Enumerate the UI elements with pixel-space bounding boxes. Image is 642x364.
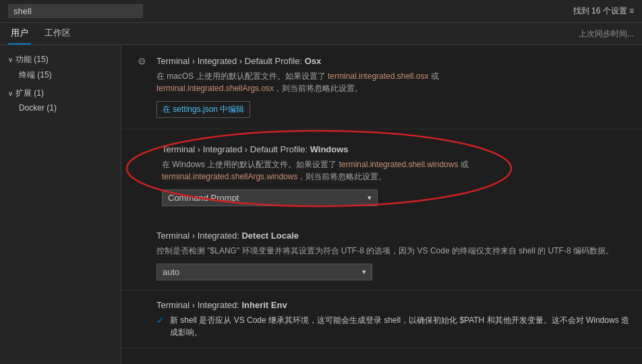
setting-inherit-env: Terminal › Integrated: Inherit Env ✓ 新 s… [121, 291, 642, 348]
checkbox-icon[interactable]: ✓ [156, 315, 165, 326]
osx-desc-line1: 在 macOS 上使用的默认配置文件。如果设置了 [156, 71, 328, 81]
sidebar-group-extensions[interactable]: ∨ 扩展 (1) [0, 86, 121, 101]
sync-label: 上次同步时间... [579, 28, 634, 40]
sidebar-group-features[interactable]: ∨ 功能 (15) [0, 52, 121, 67]
windows-select-value: Command Prompt [168, 193, 239, 203]
tabs-row: 用户 工作区 上次同步时间... [0, 23, 642, 45]
sidebar-group-features-label: 功能 (15) [16, 54, 49, 65]
search-count: 找到 16 个设置 ≡ [573, 5, 634, 17]
search-bar: 找到 16 个设置 ≡ [0, 0, 642, 23]
main-layout: ∨ 功能 (15) 终端 (15) ∨ 扩展 (1) Docker (1) ⚙ … [0, 45, 642, 364]
inherit-env-checkbox-row: ✓ 新 shell 是否应从 VS Code 继承其环境，这可能会生成登录 sh… [156, 314, 631, 338]
setting-windows-profile: Terminal › Integrated › Default Profile:… [127, 133, 637, 217]
osx-desc-line1b: 或 [428, 71, 438, 81]
chevron-icon-extensions: ∨ [8, 90, 13, 97]
osx-highlight1: terminal.integrated.shell.osx [328, 71, 428, 81]
win-highlight2: terminal.integrated.shellArgs.windows [162, 172, 297, 181]
detect-locale-value: auto [163, 267, 179, 277]
win-desc-line2b: ，则当前将忽略此设置。 [297, 172, 386, 181]
windows-title-bold: Windows [310, 144, 349, 154]
detect-desc-text: 控制是否检测 "$LANG" 环境变量并将其设置为符合 UTF-8 的选项，因为… [156, 246, 614, 255]
win-desc-line1b: 或 [458, 160, 468, 169]
osx-desc-line2b: ，则当前将忽略此设置。 [274, 84, 363, 93]
windows-profile-title: Terminal › Integrated › Default Profile:… [162, 144, 626, 154]
osx-profile-title: Terminal › Integrated › Default Profile:… [156, 56, 631, 66]
chevron-down-icon-2: ▾ [362, 268, 366, 276]
sidebar-group-extensions-label: 扩展 (1) [16, 88, 44, 99]
detect-locale-select[interactable]: auto ▾ [156, 264, 372, 280]
inherit-env-title: Terminal › Integrated: Inherit Env [156, 300, 631, 310]
windows-profile-container: Terminal › Integrated › Default Profile:… [127, 133, 637, 217]
detect-locale-title: Terminal › Integrated: Detect Locale [156, 231, 631, 241]
win-highlight1: terminal.integrated.shell.windows [339, 160, 459, 169]
sidebar-item-docker[interactable]: Docker (1) [0, 101, 121, 115]
setting-detect-locale: Terminal › Integrated: Detect Locale 控制是… [121, 221, 642, 291]
osx-highlight2: terminal.integrated.shellArgs.osx [156, 84, 274, 93]
osx-title-bold: Osx [305, 56, 322, 66]
detect-locale-desc: 控制是否检测 "$LANG" 环境变量并将其设置为符合 UTF-8 的选项，因为… [156, 245, 631, 257]
sidebar: ∨ 功能 (15) 终端 (15) ∨ 扩展 (1) Docker (1) [0, 45, 121, 364]
windows-title-prefix: Terminal › Integrated › Default Profile: [162, 144, 310, 154]
gear-icon[interactable]: ⚙ [138, 56, 146, 67]
inherit-env-desc: 新 shell 是否应从 VS Code 继承其环境，这可能会生成登录 shel… [170, 314, 631, 338]
tab-user[interactable]: 用户 [8, 23, 31, 44]
sidebar-item-terminal[interactable]: 终端 (15) [0, 67, 121, 83]
inherit-title-bold: Inherit Env [241, 300, 287, 310]
setting-osx-profile: ⚙ Terminal › Integrated › Default Profil… [121, 45, 642, 129]
settings-json-link[interactable]: 在 settings.json 中编辑 [156, 101, 250, 118]
content-area: ⚙ Terminal › Integrated › Default Profil… [121, 45, 642, 364]
detect-title-bold: Detect Locale [241, 231, 299, 241]
windows-profile-select[interactable]: Command Prompt ▾ [162, 189, 378, 206]
sidebar-section-features: ∨ 功能 (15) 终端 (15) [0, 51, 121, 84]
chevron-icon-features: ∨ [8, 56, 13, 63]
chevron-down-icon: ▾ [368, 193, 372, 202]
tab-workspace[interactable]: 工作区 [42, 23, 74, 44]
osx-profile-desc: 在 macOS 上使用的默认配置文件。如果设置了 terminal.integr… [156, 70, 631, 94]
osx-title-prefix: Terminal › Integrated › Default Profile: [156, 56, 305, 66]
windows-profile-desc: 在 Windows 上使用的默认配置文件。如果设置了 terminal.inte… [162, 158, 626, 183]
search-input[interactable] [8, 4, 143, 18]
win-desc-line1: 在 Windows 上使用的默认配置文件。如果设置了 [162, 160, 339, 169]
sidebar-section-extensions: ∨ 扩展 (1) Docker (1) [0, 84, 121, 116]
detect-title-prefix: Terminal › Integrated: [156, 231, 241, 241]
inherit-title-prefix: Terminal › Integrated: [156, 300, 241, 310]
